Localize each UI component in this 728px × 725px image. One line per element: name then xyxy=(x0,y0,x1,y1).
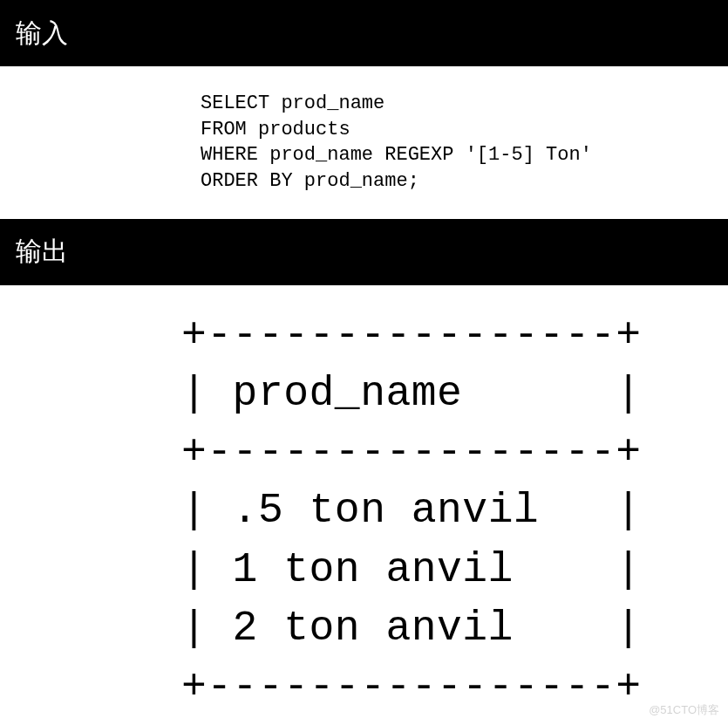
table-border-bottom: +----------------+ xyxy=(181,663,641,710)
result-table: +----------------+ | prod_name | +------… xyxy=(0,285,728,716)
table-row: | 2 ton anvil | xyxy=(181,605,641,652)
table-row: | 1 ton anvil | xyxy=(181,546,641,593)
sql-line-3: WHERE prod_name REGEXP '[1-5] Ton' xyxy=(201,144,592,166)
table-border-mid: +----------------+ xyxy=(181,428,641,475)
table-border-top: +----------------+ xyxy=(181,311,641,359)
sql-line-1: SELECT prod_name xyxy=(201,92,384,114)
table-header-row: | prod_name | xyxy=(181,370,641,417)
sql-line-2: FROM products xyxy=(201,119,350,140)
output-header-bar: 输出 xyxy=(0,219,728,285)
output-header-label: 输出 xyxy=(16,234,68,270)
sql-code-block: SELECT prod_name FROM products WHERE pro… xyxy=(0,66,728,219)
input-header-bar: 输入 xyxy=(0,0,728,66)
input-header-label: 输入 xyxy=(16,16,68,51)
table-row: | .5 ton anvil | xyxy=(181,487,641,534)
sql-line-4: ORDER BY prod_name; xyxy=(201,170,419,192)
